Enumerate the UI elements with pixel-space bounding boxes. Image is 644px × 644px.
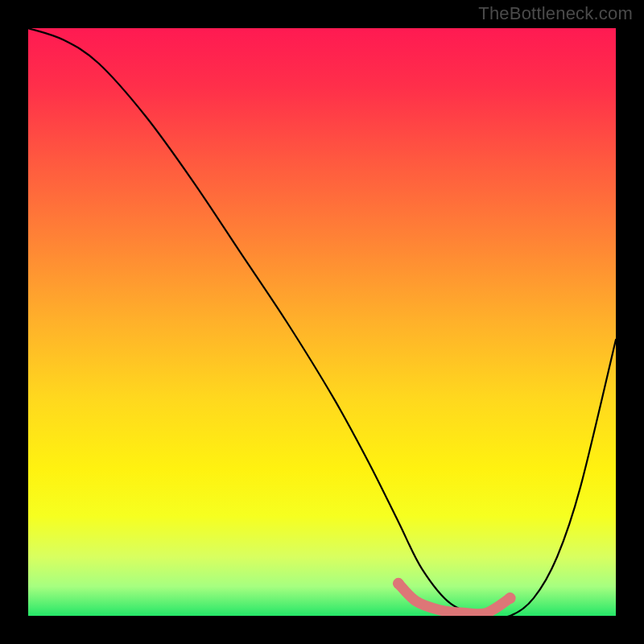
watermark-text: TheBottleneck.com <box>478 3 633 24</box>
chart-container: TheBottleneck.com <box>0 0 644 644</box>
svg-point-2 <box>505 592 516 604</box>
highlight-segment <box>28 28 616 616</box>
plot-area <box>28 28 616 616</box>
svg-point-1 <box>393 578 404 589</box>
